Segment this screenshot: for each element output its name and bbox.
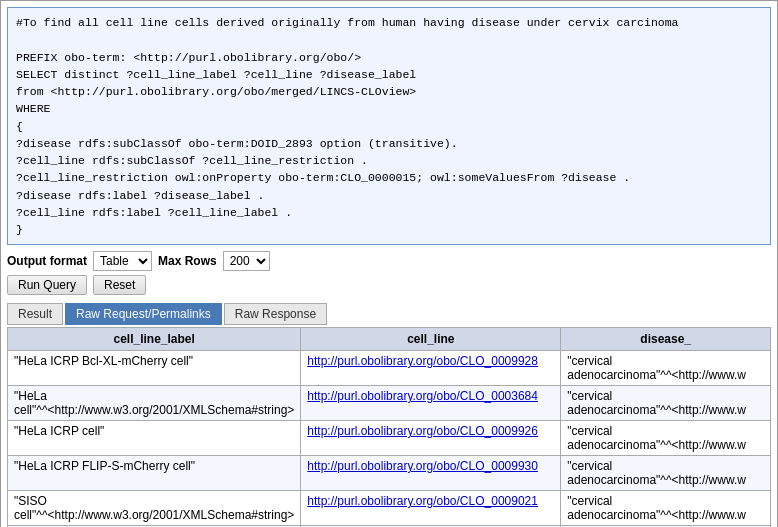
reset-button[interactable]: Reset — [93, 275, 146, 295]
disease-cell: "cervical adenocarcinoma"^^<http://www.w — [561, 351, 771, 386]
col-header-disease: disease_ — [561, 328, 771, 351]
max-rows-label: Max Rows — [158, 254, 217, 268]
output-format-select[interactable]: Table JSON XML CSV — [93, 251, 152, 271]
cell-line-label-cell: "HeLa ICRP FLIP-S-mCherry cell" — [8, 456, 301, 491]
tab-raw-request[interactable]: Raw Request/Permalinks — [65, 303, 222, 325]
results-table: cell_line_label cell_line disease_ "HeLa… — [7, 327, 771, 527]
col-header-cell-line: cell_line — [301, 328, 561, 351]
cell-line-cell[interactable]: http://purl.obolibrary.org/obo/CLO_00036… — [301, 386, 561, 421]
disease-cell: "cervical adenocarcinoma"^^<http://www.w — [561, 456, 771, 491]
table-row: "HeLa ICRP cell"http://purl.obolibrary.o… — [8, 421, 771, 456]
run-query-button[interactable]: Run Query — [7, 275, 87, 295]
table-header-row: cell_line_label cell_line disease_ — [8, 328, 771, 351]
table-row: "HeLa cell"^^<http://www.w3.org/2001/XML… — [8, 386, 771, 421]
tabs-row: Result Raw Request/Permalinks Raw Respon… — [7, 303, 771, 325]
cell-line-label-cell: "HeLa cell"^^<http://www.w3.org/2001/XML… — [8, 386, 301, 421]
cell-line-label-cell: "HeLa ICRP cell" — [8, 421, 301, 456]
cell-line-link[interactable]: http://purl.obolibrary.org/obo/CLO_00099… — [307, 354, 538, 368]
cell-line-label-cell: "HeLa ICRP Bcl-XL-mCherry cell" — [8, 351, 301, 386]
tab-raw-response[interactable]: Raw Response — [224, 303, 327, 325]
query-editor[interactable]: #To find all cell line cells derived ori… — [7, 7, 771, 245]
output-format-label: Output format — [7, 254, 87, 268]
cell-line-link[interactable]: http://purl.obolibrary.org/obo/CLO_00036… — [307, 389, 538, 403]
cell-line-label-cell: "SISO cell"^^<http://www.w3.org/2001/XML… — [8, 491, 301, 526]
cell-line-cell[interactable]: http://purl.obolibrary.org/obo/CLO_00099… — [301, 351, 561, 386]
table-row: "HeLa ICRP FLIP-S-mCherry cell"http://pu… — [8, 456, 771, 491]
cell-line-link[interactable]: http://purl.obolibrary.org/obo/CLO_00099… — [307, 424, 538, 438]
cell-line-link[interactable]: http://purl.obolibrary.org/obo/CLO_00099… — [307, 459, 538, 473]
max-rows-select[interactable]: 200 100 50 10 — [223, 251, 270, 271]
buttons-row: Run Query Reset — [7, 275, 771, 295]
cell-line-cell[interactable]: http://purl.obolibrary.org/obo/CLO_00090… — [301, 491, 561, 526]
table-row: "SISO cell"^^<http://www.w3.org/2001/XML… — [8, 491, 771, 526]
disease-cell: "cervical adenocarcinoma"^^<http://www.w — [561, 421, 771, 456]
cell-line-cell[interactable]: http://purl.obolibrary.org/obo/CLO_00099… — [301, 421, 561, 456]
table-row: "HeLa ICRP Bcl-XL-mCherry cell"http://pu… — [8, 351, 771, 386]
cell-line-link[interactable]: http://purl.obolibrary.org/obo/CLO_00090… — [307, 494, 538, 508]
controls-row: Output format Table JSON XML CSV Max Row… — [7, 251, 771, 271]
tab-result[interactable]: Result — [7, 303, 63, 325]
cell-line-cell[interactable]: http://purl.obolibrary.org/obo/CLO_00099… — [301, 456, 561, 491]
disease-cell: "cervical adenocarcinoma"^^<http://www.w — [561, 491, 771, 526]
disease-cell: "cervical adenocarcinoma"^^<http://www.w — [561, 386, 771, 421]
col-header-cell-line-label: cell_line_label — [8, 328, 301, 351]
